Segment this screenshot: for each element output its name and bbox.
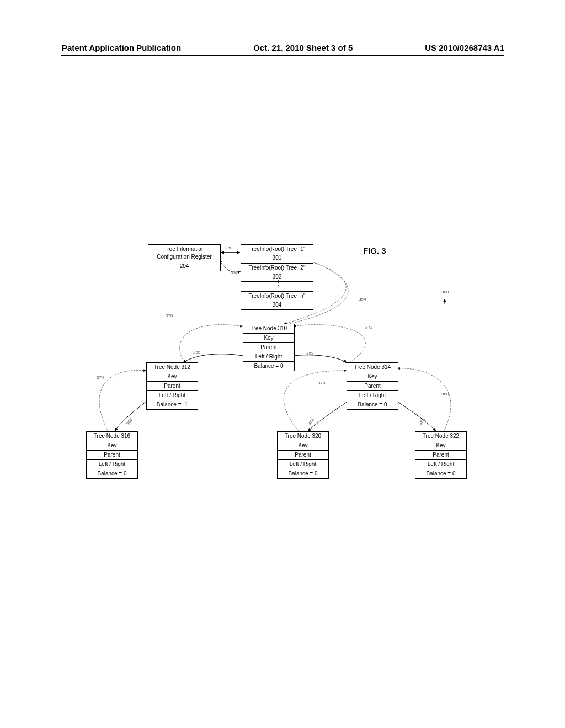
node-320-title: Tree Node 320 — [278, 432, 328, 441]
tree-node-320: Tree Node 320 Key Parent Left / Right Ba… — [277, 431, 329, 479]
node-310-title: Tree Node 310 — [243, 324, 294, 334]
tree-node-322: Tree Node 322 Key Parent Left / Right Ba… — [415, 431, 467, 479]
node-320-lr: Left / Right — [278, 460, 328, 469]
node-322-lr: Left / Right — [415, 460, 466, 469]
tree-node-316: Tree Node 316 Key Parent Left / Right Ba… — [86, 431, 138, 479]
node-320-balance: Balance = 0 — [278, 469, 328, 478]
header-right: US 2010/0268743 A1 — [425, 43, 504, 52]
node-314-parent: Parent — [347, 382, 398, 391]
ref-360: 360 — [125, 417, 134, 426]
config-register-line2: Configuration Register — [148, 254, 220, 262]
ref-356: 356 — [193, 350, 200, 355]
figure-label: FIG. 3 — [363, 246, 386, 255]
node-312-lr: Left / Right — [147, 391, 198, 400]
node-316-parent: Parent — [87, 451, 137, 460]
ref-370: 370 — [166, 313, 173, 318]
node-316-title: Tree Node 316 — [87, 432, 137, 441]
node-314-title: Tree Node 314 — [347, 363, 398, 372]
node-312-title: Tree Node 312 — [147, 363, 198, 372]
root-tree-n-num: 304 — [241, 301, 313, 309]
tree-node-314: Tree Node 314 Key Parent Left / Right Ba… — [347, 362, 398, 410]
ref-384: 384 — [307, 417, 315, 426]
node-312-balance: Balance = -1 — [147, 400, 198, 409]
ref-350: 350 — [225, 245, 232, 250]
node-314-balance: Balance = 0 — [347, 400, 398, 409]
root-tree-1-label: TreeInfo(Root) Tree "1" — [241, 245, 313, 254]
node-322-parent: Parent — [415, 451, 466, 460]
ref-358: 358 — [306, 351, 313, 356]
header-left: Patent Application Publication — [62, 43, 181, 52]
node-316-lr: Left / Right — [87, 460, 137, 469]
node-320-parent: Parent — [278, 451, 328, 460]
ref-374: 374 — [97, 375, 104, 380]
ref-372: 372 — [365, 325, 372, 330]
tree-node-310: Tree Node 310 Key Parent Left / Right Ba… — [243, 324, 295, 371]
node-310-key: Key — [243, 334, 294, 343]
root-tree-1-num: 301 — [241, 254, 313, 263]
tree-node-312: Tree Node 312 Key Parent Left / Right Ba… — [146, 362, 198, 410]
node-316-balance: Balance = 0 — [87, 469, 137, 478]
node-314-lr: Left / Right — [347, 391, 398, 400]
node-310-parent: Parent — [243, 343, 294, 352]
config-register-box: Tree Information Configuration Register … — [148, 244, 221, 271]
ref-300: 300 — [441, 290, 449, 295]
root-tree-n-label: TreeInfo(Root) Tree "n" — [241, 292, 313, 301]
config-register-line3: 204 — [148, 262, 220, 271]
ref-354: 354 — [359, 297, 366, 302]
root-tree-2-label: TreeInfo(Root) Tree "2" — [241, 264, 313, 272]
root-tree-n: TreeInfo(Root) Tree "n" 304 — [241, 291, 313, 310]
node-314-key: Key — [347, 372, 398, 382]
header-rule — [61, 55, 504, 56]
node-316-key: Key — [87, 441, 137, 451]
root-tree-1: TreeInfo(Root) Tree "1" 301 — [241, 244, 313, 263]
tree-list-ellipsis: ⋮ — [275, 280, 282, 285]
node-310-balance: Balance = 0 — [243, 362, 294, 371]
node-320-key: Key — [278, 441, 328, 451]
ref-386: 386 — [418, 417, 426, 426]
ref-380: 380 — [441, 392, 449, 397]
header-mid: Oct. 21, 2010 Sheet 3 of 5 — [253, 43, 353, 52]
config-register-line1: Tree Information — [148, 245, 220, 254]
node-322-balance: Balance = 0 — [415, 469, 466, 478]
page-header: Patent Application Publication Oct. 21, … — [0, 43, 565, 52]
node-312-parent: Parent — [147, 382, 198, 391]
node-322-title: Tree Node 322 — [415, 432, 466, 441]
node-310-lr: Left / Right — [243, 352, 294, 362]
ref-378: 378 — [318, 381, 325, 386]
ref-352: 352 — [231, 270, 238, 275]
node-322-key: Key — [415, 441, 466, 451]
node-312-key: Key — [147, 372, 198, 382]
